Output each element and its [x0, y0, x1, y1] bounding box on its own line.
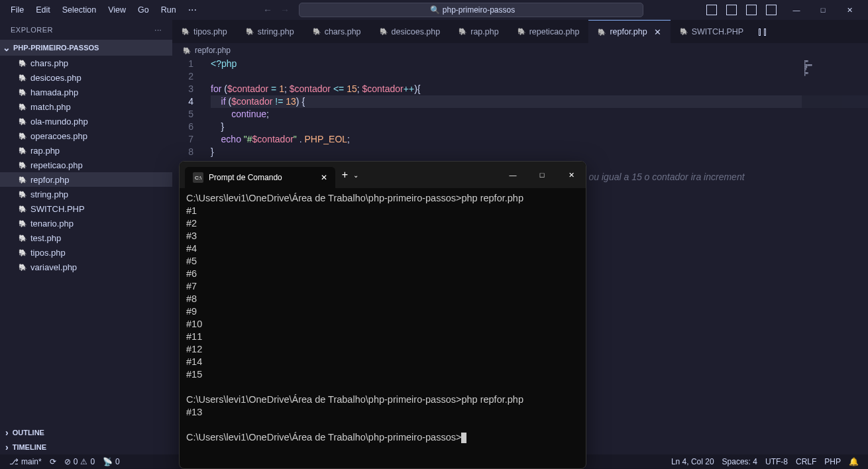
file-repeticao.php[interactable]: repeticao.php [0, 158, 172, 172]
sb-lang[interactable]: PHP [820, 457, 845, 466]
sb-eol[interactable]: CRLF [792, 457, 820, 466]
tab-SWITCH.PHP[interactable]: SWITCH.PHP [671, 20, 753, 43]
menu-run[interactable]: Run [156, 3, 182, 17]
term-minimize[interactable]: — [498, 164, 527, 185]
branch-icon: ⎇ [9, 457, 19, 466]
file-tenario.php[interactable]: tenario.php [0, 216, 172, 231]
menu-selection[interactable]: Selection [57, 3, 101, 17]
tab-desicoes.php[interactable]: desicoes.php [370, 20, 450, 43]
sb-position[interactable]: Ln 4, Col 20 [667, 457, 718, 466]
sb-ports[interactable]: 📡0 [99, 457, 124, 466]
layout-icon-2[interactable] [726, 5, 737, 15]
project-header[interactable]: PHP-PRIMEIRO-PASSOS [0, 40, 172, 56]
term-tab[interactable]: C:\ Prompt de Comando ✕ [185, 167, 335, 188]
sb-branch[interactable]: ⎇main* [5, 457, 46, 466]
sb-sync[interactable]: ⟳ [46, 457, 60, 466]
term-dropdown[interactable]: ⌄ [353, 172, 358, 179]
file-SWITCH.PHP[interactable]: SWITCH.PHP [0, 201, 172, 216]
file-match.php[interactable]: match.php [0, 99, 172, 114]
term-tab-close[interactable]: ✕ [321, 173, 327, 182]
breadcrumb[interactable]: repfor.php [172, 43, 868, 58]
tabs: tipos.phpstring.phpchars.phpdesicoes.php… [172, 20, 868, 43]
menu-view[interactable]: View [103, 3, 131, 17]
file-list: chars.phpdesicoes.phphamada.phpmatch.php… [0, 56, 172, 425]
search-icon: 🔍 [430, 5, 440, 15]
warning-icon: ⚠ [80, 457, 87, 466]
file-chars.php[interactable]: chars.php [0, 56, 172, 70]
file-hamada.php[interactable]: hamada.php [0, 85, 172, 99]
file-operacoes.php[interactable]: operacoes.php [0, 129, 172, 143]
term-close[interactable]: ✕ [557, 164, 586, 185]
menu-edit[interactable]: Edit [30, 3, 56, 17]
sb-bell[interactable]: 🔔 [845, 457, 863, 466]
menu-overflow[interactable]: ··· [183, 1, 202, 19]
tab-rap.php[interactable]: rap.php [449, 20, 508, 43]
tab-chars.php[interactable]: chars.php [303, 20, 370, 43]
window-close[interactable]: ✕ [836, 1, 863, 19]
window-minimize[interactable]: — [783, 1, 810, 19]
menubar: FileEditSelectionViewGoRun ··· ← → 🔍 php… [0, 0, 868, 20]
error-icon: ⊘ [64, 457, 71, 466]
tab-repeticao.php[interactable]: repeticao.php [508, 20, 589, 43]
sb-spaces[interactable]: Spaces: 4 [718, 457, 761, 466]
sb-errors[interactable]: ⊘0 ⚠0 [60, 457, 99, 466]
file-string.php[interactable]: string.php [0, 187, 172, 201]
menu-go[interactable]: Go [133, 3, 154, 17]
sync-icon: ⟳ [50, 457, 56, 466]
term-cursor [461, 433, 466, 443]
file-desicoes.php[interactable]: desicoes.php [0, 70, 172, 85]
tab-close[interactable]: ✕ [654, 27, 661, 37]
window-maximize[interactable]: □ [810, 1, 836, 19]
term-maximize[interactable]: □ [527, 164, 557, 185]
term-content[interactable]: C:\Users\levi1\OneDrive\Área de Trabalho… [180, 188, 586, 468]
term-new-tab[interactable]: + [342, 169, 348, 181]
menu-file[interactable]: File [5, 3, 29, 17]
command-center[interactable]: 🔍 php-primeiro-passos [299, 3, 643, 17]
cmd-icon: C:\ [193, 172, 203, 183]
sidebar: EXPLORER ··· PHP-PRIMEIRO-PASSOS chars.p… [0, 20, 172, 454]
tab-repfor.php[interactable]: repfor.php✕ [588, 20, 670, 43]
term-titlebar[interactable]: C:\ Prompt de Comando ✕ + ⌄ — □ ✕ [180, 162, 586, 188]
file-test.php[interactable]: test.php [0, 231, 172, 245]
file-repfor.php[interactable]: repfor.php [0, 172, 172, 187]
timeline-header[interactable]: TIMELINE [0, 440, 172, 454]
nav-forward[interactable]: → [280, 5, 290, 15]
tab-string.php[interactable]: string.php [237, 20, 303, 43]
search-text: php-primeiro-passos [443, 5, 515, 15]
bell-icon: 🔔 [849, 457, 859, 466]
file-variavel.php[interactable]: variavel.php [0, 260, 172, 274]
radio-icon: 📡 [103, 457, 113, 466]
explorer-title: EXPLORER [11, 26, 53, 34]
nav-back[interactable]: ← [263, 5, 272, 15]
outline-header[interactable]: OUTLINE [0, 425, 172, 440]
file-rap.php[interactable]: rap.php [0, 143, 172, 158]
minimap[interactable]: ████████████████████████ [802, 58, 868, 454]
layout-icon-3[interactable] [746, 5, 757, 15]
tab-tipos.php[interactable]: tipos.php [172, 20, 237, 43]
layout-icon-4[interactable] [766, 5, 777, 15]
sb-encoding[interactable]: UTF-8 [761, 457, 792, 466]
file-ola-mundo.php[interactable]: ola-mundo.php [0, 114, 172, 129]
layout-icon-1[interactable] [706, 5, 717, 15]
tab-split[interactable]: ⫿⫿ [753, 20, 773, 43]
file-tipos.php[interactable]: tipos.php [0, 245, 172, 260]
explorer-more[interactable]: ··· [154, 26, 162, 34]
terminal-window: C:\ Prompt de Comando ✕ + ⌄ — □ ✕ C:\Use… [179, 161, 586, 469]
